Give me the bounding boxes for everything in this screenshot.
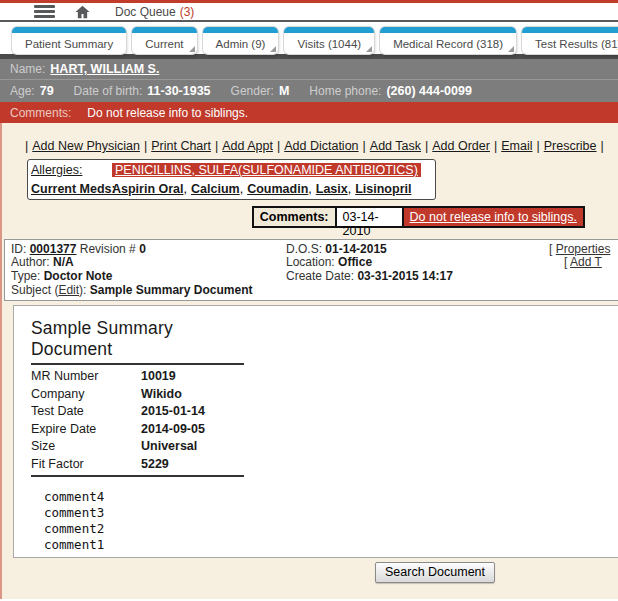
table-row: Size Universal — [31, 438, 244, 456]
phone-label: Home phone: — [309, 84, 381, 98]
comma-separator: , — [191, 163, 194, 177]
pipe-separator: | — [425, 139, 428, 153]
link-email[interactable]: Email — [501, 139, 532, 153]
document-viewer-panel: Sample Summary Document MR Number 10019 … — [13, 305, 618, 558]
comma-separator: , — [308, 182, 311, 196]
document-title: Sample Summary Document — [31, 318, 244, 365]
table-bottom-rule — [31, 475, 244, 477]
allergy-item-link[interactable]: SULFA(SULFONAMIDE ANTIBIOTICS) — [198, 163, 417, 177]
pipe-separator: | — [536, 139, 539, 153]
dos-label: D.O.S: — [286, 242, 322, 256]
field-label: Expire Date — [31, 422, 141, 436]
comma-separator: , — [240, 182, 243, 196]
pipe-separator: | — [494, 139, 497, 153]
paren-close: ): — [79, 283, 86, 297]
field-label: MR Number — [31, 369, 141, 383]
link-add-new-physician[interactable]: Add New Physician — [32, 139, 140, 153]
action-links: |Add New Physician|Print Chart|Add Appt|… — [25, 139, 618, 154]
dropdown-fold-icon — [508, 46, 514, 52]
med-item-link[interactable]: Coumadin — [247, 182, 308, 196]
comments-text: Do not release info to siblings. — [87, 106, 248, 120]
table-row: Company Wikido — [31, 385, 244, 403]
med-item-link[interactable]: Lisinopril — [355, 182, 411, 196]
doc-dos-line: D.O.S: 01-14-2015 — [286, 243, 453, 257]
doc-create-line: Create Date: 03-31-2015 14:17 — [286, 270, 453, 284]
doc-subject-line: Subject (Edit): Sample Summary Document — [11, 284, 618, 298]
field-value: 2014-09-05 — [141, 422, 205, 436]
field-value: 2015-01-14 — [141, 404, 205, 418]
field-label: Fit Factor — [31, 457, 141, 471]
search-document-button[interactable]: Search Document — [375, 562, 495, 583]
tab-current[interactable]: Current — [132, 27, 196, 54]
tab-label: Visits (1044) — [297, 38, 361, 50]
tab-strip: Patient Summary Current Admin (9) Visits… — [0, 22, 618, 54]
properties-link[interactable]: Properties — [556, 242, 611, 256]
link-add-appt[interactable]: Add Appt — [222, 139, 273, 153]
pipe-separator: | — [601, 139, 604, 153]
link-print-chart[interactable]: Print Chart — [151, 139, 211, 153]
tab-admin[interactable]: Admin (9) — [203, 27, 279, 54]
doc-location-line: Location: Office — [286, 256, 453, 270]
comment-line: comment3 — [44, 505, 618, 521]
author-value: N/A — [53, 255, 74, 269]
menu-icon[interactable] — [34, 5, 55, 18]
tab-label: Current — [145, 38, 183, 50]
subject-label: Subject — [11, 283, 51, 297]
allergy-highlight: PENICILLINS, SULFA(SULFONAMIDE ANTIBIOTI… — [112, 163, 421, 177]
comments-label: Comments: — [10, 106, 71, 120]
add-template-link[interactable]: Add T — [570, 255, 602, 269]
name-label: Name: — [10, 62, 45, 76]
chart-comment-row: Comments:03-14-2010 Do not release info … — [0, 206, 585, 228]
gender-value: M — [279, 84, 289, 98]
create-date-label: Create Date: — [286, 269, 354, 283]
allergy-meds-box: Allergies: PENICILLINS, SULFA(SULFONAMID… — [27, 159, 436, 200]
table-row: Expire Date 2014-09-05 — [31, 420, 244, 438]
dob-value: 11-30-1935 — [147, 84, 210, 98]
subject-edit-link[interactable]: Edit — [58, 283, 79, 297]
pipe-separator: | — [363, 139, 366, 153]
revision-label: Revision # — [80, 242, 136, 256]
pipe-separator: | — [215, 139, 218, 153]
comma-separator: , — [348, 182, 351, 196]
page: Doc Queue (3) Patient Summary Current Ad… — [0, 0, 618, 601]
tab-visits[interactable]: Visits (1044) — [284, 27, 374, 54]
revision-value: 0 — [139, 242, 146, 256]
doc-info-right-column: [ Properties [ Add T — [549, 243, 610, 271]
table-row: MR Number 10019 — [31, 368, 244, 386]
document-fields-table: MR Number 10019 Company Wikido Test Date… — [31, 368, 244, 473]
comment-line: comment4 — [44, 489, 618, 505]
comma-separator: , — [184, 182, 187, 196]
pipe-separator: | — [277, 139, 280, 153]
location-value: Office — [338, 255, 372, 269]
id-label: ID: — [11, 242, 26, 256]
field-value: 5229 — [141, 457, 169, 471]
table-row: Fit Factor 5229 — [31, 455, 244, 473]
tab-test-results[interactable]: Test Results (81) — [522, 27, 618, 54]
allergy-item-link[interactable]: PENICILLINS — [115, 163, 191, 177]
link-add-order[interactable]: Add Order — [432, 139, 490, 153]
patient-name-bar: Name: HART, WILLIAM S. — [0, 59, 618, 79]
chart-comment-note-link[interactable]: Do not release info to siblings. — [404, 206, 585, 228]
current-meds-label-link[interactable]: Current Meds: — [31, 182, 112, 196]
field-label: Test Date — [31, 404, 141, 418]
phone-value: (260) 444-0099 — [386, 84, 471, 98]
med-item-link[interactable]: Calcium — [191, 182, 240, 196]
home-icon[interactable] — [74, 4, 91, 20]
field-label: Company — [31, 387, 141, 401]
tab-medical-record[interactable]: Medical Record (318) — [380, 27, 516, 54]
link-add-task[interactable]: Add Task — [370, 139, 421, 153]
patient-comments-bar: Comments: Do not release info to sibling… — [0, 102, 618, 123]
gender-label: Gender: — [231, 84, 274, 98]
allergies-label-link[interactable]: Allergies: — [31, 163, 112, 177]
doc-id-link[interactable]: 0001377 — [30, 242, 77, 256]
med-item-link[interactable]: Aspirin Oral — [112, 182, 184, 196]
allergies-row: Allergies: PENICILLINS, SULFA(SULFONAMID… — [28, 160, 435, 180]
table-row: Test Date 2015-01-14 — [31, 403, 244, 421]
link-prescribe[interactable]: Prescribe — [544, 139, 597, 153]
dos-value: 01-14-2015 — [325, 242, 386, 256]
patient-name-link[interactable]: HART, WILLIAM S. — [50, 62, 159, 76]
link-add-dictation[interactable]: Add Dictation — [284, 139, 358, 153]
chart-comment-date-field[interactable]: 03-14-2010 — [335, 206, 404, 228]
tab-patient-summary[interactable]: Patient Summary — [12, 27, 126, 54]
med-item-link[interactable]: Lasix — [316, 182, 348, 196]
